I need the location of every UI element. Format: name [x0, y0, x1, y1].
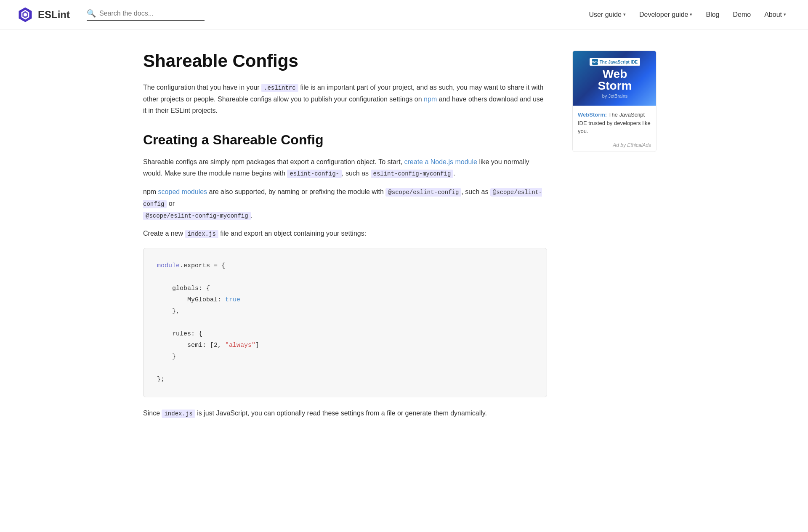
create-node-module-link[interactable]: create a Node.js module: [404, 158, 477, 165]
ad-by-text: Ad by EthicalAds: [573, 141, 656, 152]
logo-text: ESLint: [38, 9, 70, 21]
section2-title: Creating a Shareable Config: [143, 132, 547, 148]
eslint-logo-icon: [17, 6, 34, 23]
intro-paragraph: The configuration that you have in your …: [143, 82, 547, 116]
section2-paragraph1: Shareable configs are simply npm package…: [143, 156, 547, 179]
indexjs-code2: index.js: [162, 410, 195, 418]
ad-card: WS The JavaScript IDE WebStorm by JetBra…: [572, 51, 656, 152]
ad-body: WebStorm: The JavaScript IDE trusted by …: [573, 106, 656, 141]
nav-developer-guide[interactable]: Developer guide ▾: [634, 8, 698, 22]
scope-eslint-config-code: @scope/eslint-config: [385, 188, 461, 197]
nav-user-guide[interactable]: User guide ▾: [584, 8, 631, 22]
sidebar: WS The JavaScript IDE WebStorm by JetBra…: [572, 51, 665, 426]
nav-about[interactable]: About ▾: [759, 8, 791, 22]
chevron-down-icon: ▾: [690, 12, 692, 17]
ad-link[interactable]: WebStorm:: [578, 112, 607, 118]
code-block: module.exports = { globals: { MyGlobal: …: [143, 248, 547, 397]
chevron-down-icon: ▾: [784, 12, 786, 17]
nav-blog[interactable]: Blog: [701, 8, 724, 22]
nav-demo[interactable]: Demo: [728, 8, 756, 22]
after-code-paragraph: Since index.js is just JavaScript, you c…: [143, 407, 547, 419]
logo-link[interactable]: ESLint: [17, 6, 70, 23]
indexjs-code: index.js: [185, 230, 218, 238]
scoped-modules-link[interactable]: scoped modules: [158, 188, 207, 195]
search-icon: 🔍: [87, 9, 96, 18]
eslintrc-code: .eslintrc: [261, 84, 298, 92]
section2-paragraph3: Create a new index.js file and export an…: [143, 228, 547, 239]
main-layout: Shareable Configs The configuration that…: [126, 29, 682, 451]
search-container: 🔍: [87, 9, 205, 21]
eslint-config-myconfig-code: eslint-config-myconfig: [371, 170, 454, 178]
npm-link[interactable]: npm: [424, 96, 437, 103]
page-title: Shareable Configs: [143, 51, 547, 72]
ad-title: WebStorm: [598, 68, 632, 92]
svg-point-3: [24, 13, 27, 16]
scope-eslint-config-myconfig-code: @scope/eslint-config-myconfig: [143, 212, 251, 220]
ws-icon: WS: [592, 59, 598, 65]
ad-image: WS The JavaScript IDE WebStorm by JetBra…: [573, 51, 656, 106]
ad-badge: WS The JavaScript IDE: [590, 58, 641, 66]
main-content: Shareable Configs The configuration that…: [143, 51, 547, 426]
search-input[interactable]: [99, 10, 205, 17]
chevron-down-icon: ▾: [623, 12, 626, 17]
section2-paragraph2: npm scoped modules are also supported, b…: [143, 186, 547, 221]
eslint-config-prefix-code: eslint-config-: [287, 170, 342, 178]
site-header: ESLint 🔍 User guide ▾ Developer guide ▾ …: [0, 0, 808, 29]
ad-subtitle: by JetBrains: [602, 93, 628, 98]
main-nav: User guide ▾ Developer guide ▾ Blog Demo…: [584, 8, 791, 22]
